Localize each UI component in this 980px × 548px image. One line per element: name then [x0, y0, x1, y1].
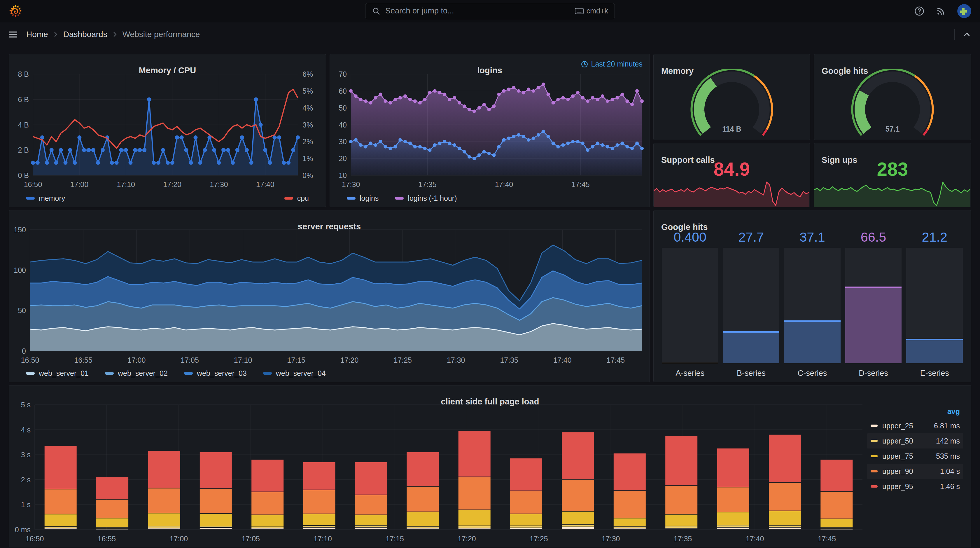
legend-item-web_server_01[interactable]: web_server_01 [26, 369, 89, 378]
legend-row-upper_25[interactable]: upper_256.81 ms [867, 418, 963, 433]
bar-segment-upper_95[interactable] [355, 462, 387, 495]
search-input[interactable]: Search or jump to... cmd+k [365, 3, 615, 19]
bar-segment-upper_50[interactable] [355, 526, 387, 527]
bar-segment-upper_25[interactable] [45, 529, 77, 529]
bar-segment-upper_95[interactable] [200, 452, 232, 489]
bar-gauge-C-series[interactable]: 37.1C-series [784, 229, 841, 379]
legend-item-web_server_02[interactable]: web_server_02 [105, 369, 168, 378]
bar-segment-upper_95[interactable] [251, 460, 283, 491]
google-hits-gauge[interactable]: 57.1 [814, 69, 971, 139]
bar-segment-upper_90[interactable] [458, 477, 491, 510]
bar-segment-upper_75[interactable] [562, 511, 594, 524]
bar-segment-upper_95[interactable] [96, 477, 128, 499]
bar-segment-upper_75[interactable] [458, 510, 491, 526]
legend-item-cpu[interactable]: cpu [285, 194, 309, 202]
bar-gauge-D-series[interactable]: 66.5D-series [845, 229, 902, 379]
bar-segment-upper_90[interactable] [821, 492, 853, 519]
bar-segment-upper_75[interactable] [407, 512, 439, 526]
bar-segment-upper_90[interactable] [510, 491, 542, 514]
bar-segment-upper_50[interactable] [303, 526, 336, 527]
bar-segment-upper_50[interactable] [769, 526, 801, 527]
bar-segment-upper_75[interactable] [303, 514, 336, 525]
legend-row-upper_90[interactable]: upper_901.04 s [867, 464, 963, 479]
bar-segment-upper_90[interactable] [717, 487, 749, 512]
bar-gauge-E-series[interactable]: 21.2E-series [906, 229, 963, 379]
bar-segment-upper_90[interactable] [407, 487, 439, 511]
bar-segment-upper_75[interactable] [148, 513, 180, 526]
server-requests-chart[interactable]: 05010015016:5016:5517:0017:0517:1017:151… [9, 226, 649, 366]
bar-segment-upper_25[interactable] [355, 527, 387, 529]
help-icon[interactable] [914, 6, 924, 16]
bar-segment-upper_50[interactable] [717, 525, 749, 527]
bar-segment-upper_75[interactable] [614, 519, 646, 526]
bar-segment-upper_90[interactable] [303, 490, 336, 514]
breadcrumb-dashboards[interactable]: Dashboards [63, 30, 107, 39]
bar-segment-upper_90[interactable] [251, 492, 283, 515]
bar-segment-upper_25[interactable] [407, 529, 439, 529]
bar-segment-upper_90[interactable] [355, 495, 387, 515]
bar-segment-upper_25[interactable] [821, 529, 853, 529]
bar-segment-upper_50[interactable] [407, 527, 439, 528]
bar-segment-upper_25[interactable] [96, 529, 128, 529]
bar-segment-upper_75[interactable] [717, 512, 749, 525]
bar-segment-upper_50[interactable] [614, 527, 646, 528]
bar-segment-upper_90[interactable] [200, 489, 232, 514]
support-calls-sparkline[interactable] [654, 180, 810, 207]
bar-segment-upper_25[interactable] [510, 528, 542, 529]
bar-segment-upper_50[interactable] [665, 526, 697, 528]
bar-segment-upper_50[interactable] [251, 527, 283, 527]
bar-segment-upper_75[interactable] [510, 514, 542, 526]
bar-segment-upper_95[interactable] [407, 452, 439, 486]
legend-row-upper_50[interactable]: upper_50142 ms [867, 433, 963, 449]
chart-canvas[interactable]: 0 B2 B4 B6 B8 B0%1%2%3%4%5%6%16:5017:001… [9, 70, 326, 191]
legend-item-web_server_04[interactable]: web_server_04 [263, 369, 326, 378]
bar-segment-upper_75[interactable] [821, 519, 853, 527]
bar-segment-upper_95[interactable] [562, 432, 594, 479]
bar-segment-upper_95[interactable] [148, 451, 180, 487]
menu-icon[interactable] [8, 29, 18, 40]
bar-segment-upper_90[interactable] [562, 480, 594, 511]
bar-segment-upper_90[interactable] [665, 486, 697, 514]
legend-row-upper_75[interactable]: upper_75535 ms [867, 449, 963, 464]
news-rss-icon[interactable] [935, 6, 946, 16]
bar-segment-upper_75[interactable] [45, 515, 77, 526]
bar-gauge-B-series[interactable]: 27.7B-series [723, 229, 780, 379]
bar-segment-upper_75[interactable] [200, 514, 232, 526]
bar-gauge-A-series[interactable]: 0.400A-series [662, 229, 718, 379]
bar-segment-upper_25[interactable] [614, 529, 646, 529]
bar-segment-upper_50[interactable] [45, 527, 77, 528]
bar-segment-upper_50[interactable] [148, 526, 180, 528]
logins-chart[interactable]: 1020304050607017:3017:3517:4017:45 [330, 70, 649, 191]
grafana-logo[interactable] [9, 5, 22, 18]
chart-canvas[interactable]: 0 ms1 s2 s3 s4 s5 s16:5016:5517:0017:051… [9, 400, 971, 547]
bar-segment-upper_50[interactable] [821, 527, 853, 528]
bar-segment-upper_75[interactable] [355, 515, 387, 525]
breadcrumb-home[interactable]: Home [26, 30, 48, 39]
bar-segment-upper_95[interactable] [458, 431, 491, 476]
bar-segment-upper_90[interactable] [614, 491, 646, 518]
legend-item-logins (-1 hour)[interactable]: logins (-1 hour) [395, 194, 457, 202]
memory-gauge[interactable]: 114 B [654, 69, 810, 139]
bar-segment-upper_25[interactable] [303, 527, 336, 529]
bar-segment-upper_90[interactable] [45, 489, 77, 514]
bar-segment-upper_95[interactable] [821, 460, 853, 491]
bar-segment-upper_90[interactable] [769, 483, 801, 511]
bar-segment-upper_95[interactable] [769, 435, 801, 482]
legend-item-web_server_03[interactable]: web_server_03 [184, 369, 247, 378]
bar-segment-upper_50[interactable] [458, 526, 491, 528]
bar-segment-upper_50[interactable] [200, 526, 232, 527]
bar-segment-upper_25[interactable] [200, 528, 232, 529]
bar-segment-upper_25[interactable] [769, 527, 801, 529]
bar-segment-upper_50[interactable] [562, 525, 594, 527]
bar-segment-upper_95[interactable] [510, 459, 542, 491]
bar-segment-upper_95[interactable] [614, 454, 646, 490]
bar-segment-upper_25[interactable] [665, 529, 697, 529]
bar-segment-upper_90[interactable] [148, 489, 180, 513]
collapse-chevron-up-icon[interactable] [962, 29, 972, 40]
bar-segment-upper_50[interactable] [510, 526, 542, 527]
bar-segment-upper_75[interactable] [769, 511, 801, 525]
chart-canvas[interactable]: 1020304050607017:3017:3517:4017:45 [330, 70, 649, 191]
bar-segment-upper_50[interactable] [96, 527, 128, 528]
chart-canvas[interactable]: 05010015016:5016:5517:0017:0517:1017:151… [9, 226, 649, 366]
panel-time-range[interactable]: Last 20 minutes [581, 60, 643, 68]
